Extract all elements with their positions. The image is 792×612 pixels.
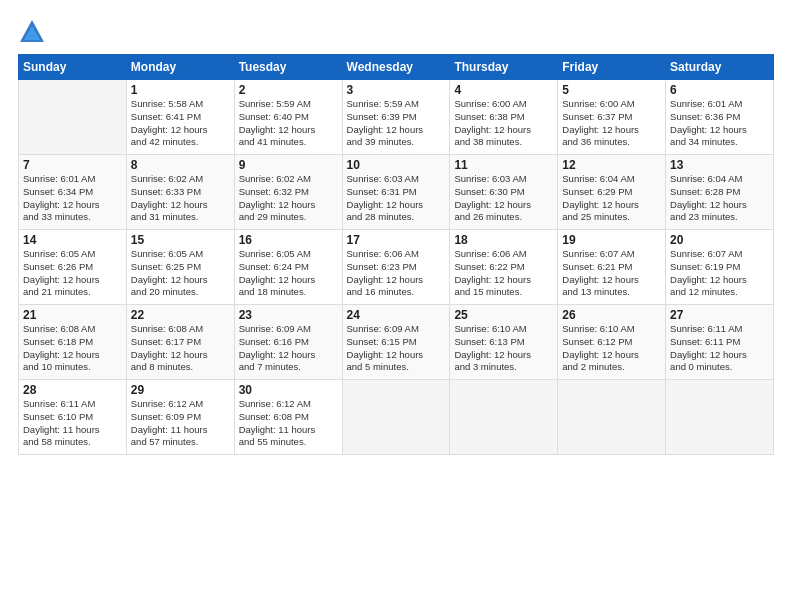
calendar-cell: 4Sunrise: 6:00 AM Sunset: 6:38 PM Daylig…	[450, 80, 558, 155]
day-info: Sunrise: 6:03 AM Sunset: 6:30 PM Dayligh…	[454, 173, 553, 224]
calendar-cell: 3Sunrise: 5:59 AM Sunset: 6:39 PM Daylig…	[342, 80, 450, 155]
logo-icon	[18, 18, 46, 46]
day-number: 29	[131, 383, 230, 397]
day-header: Monday	[126, 55, 234, 80]
calendar-cell	[342, 380, 450, 455]
day-number: 22	[131, 308, 230, 322]
day-number: 6	[670, 83, 769, 97]
calendar-cell	[666, 380, 774, 455]
day-info: Sunrise: 6:06 AM Sunset: 6:23 PM Dayligh…	[347, 248, 446, 299]
calendar-cell: 22Sunrise: 6:08 AM Sunset: 6:17 PM Dayli…	[126, 305, 234, 380]
day-number: 28	[23, 383, 122, 397]
day-info: Sunrise: 6:07 AM Sunset: 6:21 PM Dayligh…	[562, 248, 661, 299]
day-info: Sunrise: 6:08 AM Sunset: 6:18 PM Dayligh…	[23, 323, 122, 374]
day-info: Sunrise: 5:58 AM Sunset: 6:41 PM Dayligh…	[131, 98, 230, 149]
calendar-cell: 12Sunrise: 6:04 AM Sunset: 6:29 PM Dayli…	[558, 155, 666, 230]
calendar-cell: 25Sunrise: 6:10 AM Sunset: 6:13 PM Dayli…	[450, 305, 558, 380]
day-info: Sunrise: 6:07 AM Sunset: 6:19 PM Dayligh…	[670, 248, 769, 299]
calendar-cell: 30Sunrise: 6:12 AM Sunset: 6:08 PM Dayli…	[234, 380, 342, 455]
day-number: 4	[454, 83, 553, 97]
day-header: Tuesday	[234, 55, 342, 80]
day-number: 23	[239, 308, 338, 322]
day-info: Sunrise: 6:05 AM Sunset: 6:25 PM Dayligh…	[131, 248, 230, 299]
day-number: 27	[670, 308, 769, 322]
day-number: 13	[670, 158, 769, 172]
calendar-cell: 15Sunrise: 6:05 AM Sunset: 6:25 PM Dayli…	[126, 230, 234, 305]
day-number: 14	[23, 233, 122, 247]
day-info: Sunrise: 6:05 AM Sunset: 6:26 PM Dayligh…	[23, 248, 122, 299]
day-number: 20	[670, 233, 769, 247]
day-number: 1	[131, 83, 230, 97]
day-info: Sunrise: 6:00 AM Sunset: 6:38 PM Dayligh…	[454, 98, 553, 149]
day-info: Sunrise: 6:01 AM Sunset: 6:36 PM Dayligh…	[670, 98, 769, 149]
day-info: Sunrise: 5:59 AM Sunset: 6:40 PM Dayligh…	[239, 98, 338, 149]
day-number: 15	[131, 233, 230, 247]
calendar-cell: 28Sunrise: 6:11 AM Sunset: 6:10 PM Dayli…	[19, 380, 127, 455]
day-number: 11	[454, 158, 553, 172]
calendar-cell: 20Sunrise: 6:07 AM Sunset: 6:19 PM Dayli…	[666, 230, 774, 305]
day-number: 7	[23, 158, 122, 172]
calendar-cell: 10Sunrise: 6:03 AM Sunset: 6:31 PM Dayli…	[342, 155, 450, 230]
day-info: Sunrise: 6:12 AM Sunset: 6:08 PM Dayligh…	[239, 398, 338, 449]
calendar-cell	[450, 380, 558, 455]
day-info: Sunrise: 6:05 AM Sunset: 6:24 PM Dayligh…	[239, 248, 338, 299]
calendar-cell: 26Sunrise: 6:10 AM Sunset: 6:12 PM Dayli…	[558, 305, 666, 380]
day-number: 24	[347, 308, 446, 322]
calendar-cell	[558, 380, 666, 455]
day-number: 19	[562, 233, 661, 247]
day-info: Sunrise: 6:04 AM Sunset: 6:29 PM Dayligh…	[562, 173, 661, 224]
calendar-cell: 14Sunrise: 6:05 AM Sunset: 6:26 PM Dayli…	[19, 230, 127, 305]
day-number: 18	[454, 233, 553, 247]
calendar-cell: 2Sunrise: 5:59 AM Sunset: 6:40 PM Daylig…	[234, 80, 342, 155]
calendar-cell: 16Sunrise: 6:05 AM Sunset: 6:24 PM Dayli…	[234, 230, 342, 305]
calendar-cell: 1Sunrise: 5:58 AM Sunset: 6:41 PM Daylig…	[126, 80, 234, 155]
day-info: Sunrise: 6:08 AM Sunset: 6:17 PM Dayligh…	[131, 323, 230, 374]
logo	[18, 18, 50, 46]
calendar-cell: 13Sunrise: 6:04 AM Sunset: 6:28 PM Dayli…	[666, 155, 774, 230]
day-info: Sunrise: 6:00 AM Sunset: 6:37 PM Dayligh…	[562, 98, 661, 149]
calendar-cell: 24Sunrise: 6:09 AM Sunset: 6:15 PM Dayli…	[342, 305, 450, 380]
calendar-cell: 17Sunrise: 6:06 AM Sunset: 6:23 PM Dayli…	[342, 230, 450, 305]
day-info: Sunrise: 6:01 AM Sunset: 6:34 PM Dayligh…	[23, 173, 122, 224]
day-info: Sunrise: 6:06 AM Sunset: 6:22 PM Dayligh…	[454, 248, 553, 299]
day-number: 8	[131, 158, 230, 172]
day-info: Sunrise: 6:10 AM Sunset: 6:13 PM Dayligh…	[454, 323, 553, 374]
calendar-cell: 19Sunrise: 6:07 AM Sunset: 6:21 PM Dayli…	[558, 230, 666, 305]
calendar-cell: 5Sunrise: 6:00 AM Sunset: 6:37 PM Daylig…	[558, 80, 666, 155]
day-header: Thursday	[450, 55, 558, 80]
day-number: 16	[239, 233, 338, 247]
calendar-cell: 21Sunrise: 6:08 AM Sunset: 6:18 PM Dayli…	[19, 305, 127, 380]
header	[18, 18, 774, 46]
day-header: Wednesday	[342, 55, 450, 80]
day-info: Sunrise: 6:10 AM Sunset: 6:12 PM Dayligh…	[562, 323, 661, 374]
day-info: Sunrise: 6:12 AM Sunset: 6:09 PM Dayligh…	[131, 398, 230, 449]
calendar-header-row: SundayMondayTuesdayWednesdayThursdayFrid…	[19, 55, 774, 80]
calendar: SundayMondayTuesdayWednesdayThursdayFrid…	[18, 54, 774, 455]
day-header: Sunday	[19, 55, 127, 80]
day-number: 9	[239, 158, 338, 172]
calendar-cell: 29Sunrise: 6:12 AM Sunset: 6:09 PM Dayli…	[126, 380, 234, 455]
day-number: 17	[347, 233, 446, 247]
day-number: 10	[347, 158, 446, 172]
day-number: 5	[562, 83, 661, 97]
day-info: Sunrise: 6:11 AM Sunset: 6:11 PM Dayligh…	[670, 323, 769, 374]
day-number: 12	[562, 158, 661, 172]
day-info: Sunrise: 5:59 AM Sunset: 6:39 PM Dayligh…	[347, 98, 446, 149]
day-info: Sunrise: 6:09 AM Sunset: 6:16 PM Dayligh…	[239, 323, 338, 374]
day-info: Sunrise: 6:09 AM Sunset: 6:15 PM Dayligh…	[347, 323, 446, 374]
calendar-cell: 18Sunrise: 6:06 AM Sunset: 6:22 PM Dayli…	[450, 230, 558, 305]
day-number: 3	[347, 83, 446, 97]
calendar-cell: 27Sunrise: 6:11 AM Sunset: 6:11 PM Dayli…	[666, 305, 774, 380]
day-number: 21	[23, 308, 122, 322]
day-number: 2	[239, 83, 338, 97]
day-number: 25	[454, 308, 553, 322]
page: SundayMondayTuesdayWednesdayThursdayFrid…	[0, 0, 792, 612]
day-header: Friday	[558, 55, 666, 80]
day-info: Sunrise: 6:02 AM Sunset: 6:32 PM Dayligh…	[239, 173, 338, 224]
calendar-cell	[19, 80, 127, 155]
calendar-cell: 9Sunrise: 6:02 AM Sunset: 6:32 PM Daylig…	[234, 155, 342, 230]
calendar-cell: 11Sunrise: 6:03 AM Sunset: 6:30 PM Dayli…	[450, 155, 558, 230]
day-info: Sunrise: 6:04 AM Sunset: 6:28 PM Dayligh…	[670, 173, 769, 224]
calendar-cell: 6Sunrise: 6:01 AM Sunset: 6:36 PM Daylig…	[666, 80, 774, 155]
day-number: 26	[562, 308, 661, 322]
